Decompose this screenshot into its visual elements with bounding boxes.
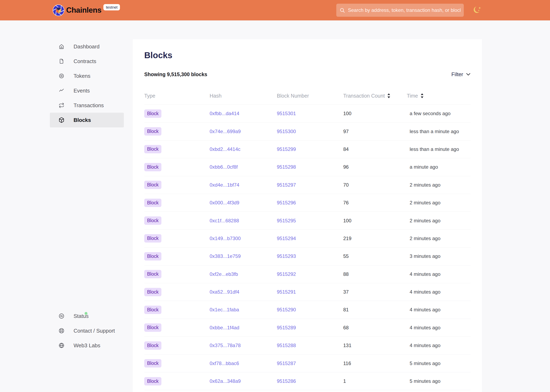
hash-link[interactable]: 0x1ec...1faba [210, 307, 239, 312]
block-number-link[interactable]: 9515299 [277, 146, 296, 152]
table-row: Block 0xc1f...68288 9515295 100 2 minute… [144, 212, 471, 230]
sidebar-item-label: Transactions [74, 102, 104, 109]
block-number-link[interactable]: 9515290 [277, 307, 296, 312]
table-row: Block 0x74e...699a9 9515300 97 less than… [144, 123, 471, 140]
sidebar-item-contracts[interactable]: Contracts [50, 54, 124, 69]
hash-link[interactable]: 0xd4e...1bf74 [210, 182, 239, 188]
filter-button[interactable]: Filter [451, 71, 471, 77]
block-number-link[interactable]: 9515294 [277, 236, 296, 241]
transaction-count-value: 76 [343, 200, 407, 206]
block-number-link[interactable]: 9515287 [277, 361, 296, 366]
transaction-count-value: 84 [343, 146, 407, 152]
lifebuoy-icon [59, 328, 64, 334]
table-row: Block 0xbb6...0cf8f 9515298 96 a minute … [144, 158, 471, 176]
table-row: Block 0xa52...91df4 9515291 37 4 minutes… [144, 283, 471, 301]
table-row: Block 0xbd2...4414c 9515299 84 less than… [144, 140, 471, 158]
sidebar-footer: Status Contact / Support [50, 309, 124, 353]
type-badge: Block [144, 145, 161, 153]
chevron-down-icon [466, 73, 471, 76]
hash-link[interactable]: 0xbd2...4414c [210, 146, 241, 152]
type-badge: Block [144, 359, 161, 367]
block-number-link[interactable]: 9515293 [277, 253, 296, 259]
block-number-link[interactable]: 9515300 [277, 129, 296, 134]
hash-link[interactable]: 0xc1f...68288 [210, 218, 239, 223]
blocks-count-summary: Showing 9,515,300 blocks [144, 71, 207, 77]
transaction-count-value: 96 [343, 164, 407, 170]
status-icon [59, 313, 64, 319]
hash-link[interactable]: 0xbbe...1f4ad [210, 325, 239, 330]
block-time-value: a few seconds ago [407, 111, 471, 116]
hash-link[interactable]: 0x000...4f3d9 [210, 200, 239, 205]
block-number-link[interactable]: 9515292 [277, 271, 296, 277]
sidebar-item-web3-labs[interactable]: Web3 Labs [50, 338, 124, 353]
type-badge: Block [144, 163, 161, 171]
hash-link[interactable]: 0x74e...699a9 [210, 129, 241, 134]
blocks-table: Type Hash Block Number Transaction Count [144, 87, 471, 390]
table-row: Block 0xbbe...1f4ad 9515289 68 4 minutes… [144, 319, 471, 337]
block-time-value: 2 minutes ago [407, 182, 471, 188]
type-badge: Block [144, 288, 161, 296]
type-badge: Block [144, 377, 161, 385]
transaction-count-value: 68 [343, 325, 407, 330]
chainlens-logo-icon[interactable] [53, 5, 64, 16]
block-number-link[interactable]: 9515295 [277, 218, 296, 223]
block-number-link[interactable]: 9515296 [277, 200, 296, 205]
hash-link[interactable]: 0xfbb...da414 [210, 111, 239, 116]
transaction-count-value: 100 [343, 111, 407, 116]
transaction-count-value: 116 [343, 361, 407, 366]
table-row: Block 0x383...1e759 9515293 55 3 minutes… [144, 247, 471, 265]
hash-link[interactable]: 0x62a...348a9 [210, 378, 241, 384]
block-time-value: 4 minutes ago [407, 289, 471, 295]
type-badge: Block [144, 109, 161, 118]
block-time-value: 4 minutes ago [407, 307, 471, 313]
block-number-link[interactable]: 9515289 [277, 325, 296, 330]
sidebar-item-label: Blocks [74, 117, 91, 123]
block-number-link[interactable]: 9515298 [277, 164, 296, 170]
block-time-value: 2 minutes ago [407, 236, 471, 241]
search-input[interactable] [348, 7, 461, 13]
block-number-link[interactable]: 9515301 [277, 111, 296, 116]
sidebar-item-tokens[interactable]: Tokens [50, 69, 124, 83]
brand-name[interactable]: Chainlens [66, 6, 101, 14]
top-header: Chainlens testnet [0, 0, 550, 21]
sidebar-item-transactions[interactable]: Transactions [50, 98, 124, 113]
hash-link[interactable]: 0x375...78a78 [210, 343, 241, 348]
type-badge: Block [144, 306, 161, 314]
block-time-value: 5 minutes ago [407, 378, 471, 384]
sidebar-item-status[interactable]: Status [50, 309, 124, 323]
page-title: Blocks [144, 39, 471, 60]
hash-link[interactable]: 0xf78...bbac6 [210, 361, 239, 366]
column-header-time: Time [407, 93, 471, 99]
block-time-value: 4 minutes ago [407, 343, 471, 348]
hash-link[interactable]: 0x149...b7300 [210, 236, 241, 241]
sidebar-nav: Dashboard Contracts Tokens [50, 39, 124, 127]
transaction-count-value: 88 [343, 271, 407, 277]
sidebar-item-label: Web3 Labs [74, 342, 100, 349]
sidebar-item-dashboard[interactable]: Dashboard [50, 39, 124, 54]
sidebar-item-blocks[interactable]: Blocks [50, 113, 124, 127]
globe-icon [59, 343, 64, 348]
search-box[interactable] [336, 4, 464, 17]
sidebar-item-contact-support[interactable]: Contact / Support [50, 323, 124, 338]
transaction-count-value: 55 [343, 253, 407, 259]
sidebar-item-label: Dashboard [74, 43, 100, 50]
block-number-link[interactable]: 9515286 [277, 378, 296, 384]
block-time-value: less than a minute ago [407, 129, 471, 134]
block-time-value: 2 minutes ago [407, 218, 471, 224]
sort-icon[interactable] [387, 93, 390, 98]
type-badge: Block [144, 270, 161, 278]
hash-link[interactable]: 0xbb6...0cf8f [210, 164, 238, 170]
block-number-link[interactable]: 9515297 [277, 182, 296, 188]
dark-mode-toggle[interactable] [472, 5, 483, 15]
block-time-value: 3 minutes ago [407, 253, 471, 259]
sidebar-item-events[interactable]: Events [50, 83, 124, 98]
block-number-link[interactable]: 9515288 [277, 343, 296, 348]
transaction-count-value: 37 [343, 289, 407, 295]
block-time-value: 4 minutes ago [407, 271, 471, 277]
hash-link[interactable]: 0xa52...91df4 [210, 289, 239, 295]
block-number-link[interactable]: 9515291 [277, 289, 296, 295]
hash-link[interactable]: 0x383...1e759 [210, 253, 241, 259]
sort-icon[interactable] [421, 93, 424, 98]
hash-link[interactable]: 0xf2e...eb3fb [210, 271, 238, 277]
table-row: Block 0xf2e...eb3fb 9515292 88 4 minutes… [144, 266, 471, 283]
